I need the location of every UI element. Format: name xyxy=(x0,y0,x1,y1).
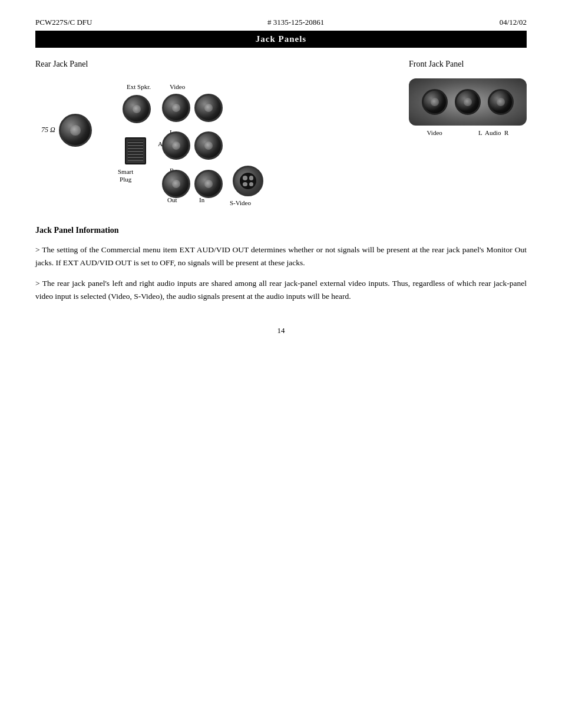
title-text: Jack Panels xyxy=(256,34,306,44)
smart-plug-icon xyxy=(125,137,146,164)
front-video-label: Video xyxy=(427,129,442,136)
audio-r-out-jack xyxy=(162,170,190,198)
title-bar: Jack Panels xyxy=(35,31,527,48)
ohm-label: 75 Ω xyxy=(41,126,55,134)
document-header: PCW227S/C DFU # 3135-125-20861 04/12/02 xyxy=(35,18,527,27)
svideo-pin-2 xyxy=(249,176,254,180)
smart-plug-label: SmartPlug xyxy=(118,168,133,183)
front-panel-label: Front Jack Panel xyxy=(409,60,527,69)
page-number: 14 xyxy=(35,326,527,335)
video-label-rear: Video xyxy=(170,83,185,91)
front-panel-diagram xyxy=(409,78,527,126)
info-section: Jack Panel Information > The setting of … xyxy=(35,226,527,302)
date: 04/12/02 xyxy=(500,18,527,27)
rear-panel-diagram: 75 Ω Ext Spkr. SmartPlug Video L Audio xyxy=(35,78,271,208)
info-para-1: > The setting of the Commercial menu ite… xyxy=(35,243,527,269)
svideo-pin-1 xyxy=(243,176,247,180)
ext-spkr-jack xyxy=(123,95,151,123)
out-label: Out xyxy=(167,196,177,204)
video-in-jack xyxy=(194,94,223,122)
antenna-jack xyxy=(59,114,92,147)
front-audio-r-jack xyxy=(488,89,514,115)
in-label: In xyxy=(199,196,204,204)
svideo-jack xyxy=(233,166,263,196)
svideo-inner xyxy=(240,173,256,189)
model-number: PCW227S/C DFU xyxy=(35,18,92,27)
svideo-pin-4 xyxy=(249,182,254,187)
ext-spkr-label: Ext Spkr. xyxy=(127,83,151,91)
front-video-jack xyxy=(422,89,448,115)
part-number: # 3135-125-20861 xyxy=(267,18,324,27)
rear-panel-label: Rear Jack Panel xyxy=(35,60,397,69)
front-audio-label: L Audio R xyxy=(478,129,509,136)
svideo-pin-3 xyxy=(243,182,247,187)
video-out-jack xyxy=(162,94,190,122)
panels-section: Rear Jack Panel 75 Ω Ext Spkr. SmartPlug… xyxy=(35,60,527,208)
audio-r-in-jack xyxy=(194,170,223,198)
rear-jack-panel: Rear Jack Panel 75 Ω Ext Spkr. SmartPlug… xyxy=(35,60,397,208)
audio-l-out-jack xyxy=(162,131,190,160)
front-audio-l-jack xyxy=(455,89,481,115)
svideo-label: S-Video xyxy=(230,199,251,207)
info-para-2: > The rear jack panel's left and right a… xyxy=(35,277,527,302)
info-title: Jack Panel Information xyxy=(35,226,527,235)
front-jack-labels: Video L Audio R xyxy=(409,129,527,136)
front-jack-panel: Front Jack Panel Video L Audio R xyxy=(397,60,527,136)
audio-l-in-jack xyxy=(194,131,223,160)
